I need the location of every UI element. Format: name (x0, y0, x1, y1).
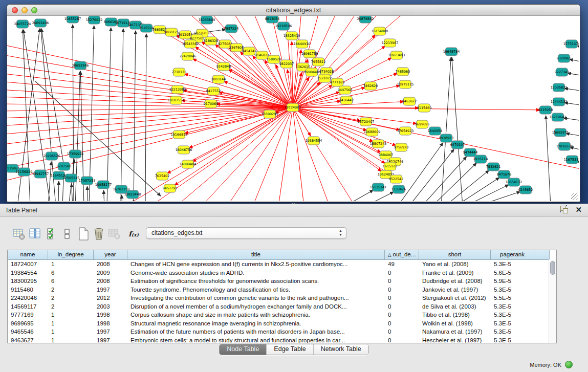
table-cell-year[interactable]: 2008 (94, 277, 127, 286)
table-cell-name[interactable]: 18300295 (8, 277, 48, 286)
graph-edge[interactable] (122, 195, 122, 201)
graph-edge[interactable] (145, 34, 146, 201)
table-cell-short[interactable]: Tibbo et al. (1998) (419, 311, 491, 319)
table-cell-year[interactable]: 1997 (94, 327, 127, 336)
close-panel-icon[interactable]: ✕ (575, 206, 582, 213)
table-cell-pagerank[interactable]: 5.5E-5 (491, 294, 534, 302)
column-header-in_degree[interactable]: in_degree (48, 250, 94, 259)
graph-edge[interactable] (293, 107, 355, 201)
tab-network-table[interactable]: Network Table (314, 344, 368, 355)
table-cell-filler[interactable] (534, 286, 550, 294)
table-cell-filler[interactable] (534, 336, 550, 344)
table-cell-year[interactable]: 2012 (94, 294, 127, 302)
table-cell-in_degree[interactable]: 2 (48, 302, 94, 311)
table-cell-year[interactable]: 1998 (94, 319, 127, 328)
table-cell-short[interactable]: Yano et al. (2008) (419, 260, 491, 269)
table-cell-out_degree[interactable]: 49 (385, 260, 419, 269)
table-cell-in_degree[interactable]: 2 (48, 286, 94, 294)
table-cell-pagerank[interactable]: 5.3E-5 (491, 319, 534, 328)
table-cell-name[interactable]: 14569117 (8, 302, 48, 311)
table-cell-short[interactable]: de Silva et al. (2003) (419, 302, 491, 311)
table-cell-filler[interactable] (534, 277, 550, 286)
table-cell-year[interactable]: 1997 (94, 336, 127, 344)
table-cell-pagerank[interactable]: 5.3E-5 (491, 302, 534, 311)
create-table-icon[interactable] (77, 227, 90, 241)
show-columns-icon[interactable] (29, 227, 42, 241)
table-cell-in_degree[interactable]: 1 (48, 260, 94, 269)
graph-edge[interactable] (87, 186, 88, 201)
graph-edge[interactable] (202, 107, 293, 201)
table-cell-short[interactable]: Hescheler et al. (1997) (419, 336, 491, 344)
column-header-pagerank[interactable]: pagerank (491, 250, 534, 259)
table-cell-filler[interactable] (534, 319, 550, 328)
table-cell-in_degree[interactable]: 6 (48, 277, 94, 286)
table-cell-short[interactable]: Franke et al. (2009) (419, 269, 491, 277)
network-window[interactable]: citations_edges.txt 24055724206914061065… (7, 4, 580, 202)
table-settings-icon[interactable] (12, 227, 26, 241)
table-cell-in_degree[interactable]: 6 (48, 269, 94, 277)
function-builder-icon[interactable]: f(x) (127, 227, 140, 241)
table-cell-in_degree[interactable]: 1 (48, 319, 94, 328)
table-cell-in_degree[interactable]: 1 (48, 327, 94, 336)
table-cell-year[interactable]: 2008 (94, 260, 127, 269)
table-row[interactable]: 977716911998Corpus callosum shape and si… (8, 311, 556, 319)
table-cell-year[interactable]: 1998 (94, 311, 127, 319)
table-cell-name[interactable]: 18724007 (8, 260, 48, 269)
table-cell-in_degree[interactable]: 1 (48, 311, 94, 319)
float-window-icon[interactable] (560, 206, 568, 213)
window-resize-grip[interactable] (571, 193, 578, 200)
table-cell-pagerank[interactable]: 5.3E-5 (491, 311, 534, 319)
window-titlebar[interactable]: citations_edges.txt (7, 5, 580, 16)
table-cell-name[interactable]: 9465546 (8, 327, 48, 336)
table-cell-title[interactable]: Corpus callosum shape and size in male p… (127, 311, 385, 319)
table-cell-year[interactable]: 2003 (94, 302, 127, 311)
table-cell-in_degree[interactable]: 2 (48, 294, 94, 302)
graph-edge[interactable] (7, 107, 293, 182)
network-view[interactable]: 2405572420691406106552871527602284661601… (7, 16, 579, 201)
table-cell-out_degree[interactable]: 0 (385, 294, 419, 302)
table-row[interactable]: 2242004622012Investigating the contribut… (8, 294, 556, 302)
table-cell-out_degree[interactable]: 0 (385, 311, 419, 319)
graph-edge[interactable] (477, 192, 520, 201)
table-row[interactable]: 1872400712008Changes of HCN gene express… (8, 260, 556, 269)
table-row[interactable]: 911546021997Tourette syndrome. Phenomeno… (8, 286, 556, 294)
table-cell-pagerank[interactable]: 5.6E-5 (491, 269, 534, 277)
table-cell-title[interactable]: Estimation of the future numbers of pati… (127, 327, 385, 336)
graph-edge[interactable] (48, 162, 51, 201)
table-row[interactable]: 1938455462009Genome-wide association stu… (8, 269, 556, 277)
table-cell-out_degree[interactable]: 0 (385, 277, 419, 286)
table-row[interactable]: 969969511998Structural magnetic resonanc… (8, 319, 556, 328)
table-row[interactable]: 946362711997Embryonic stem cells: a mode… (8, 336, 556, 344)
table-cell-filler[interactable] (534, 327, 550, 336)
graph-edge[interactable] (293, 107, 304, 201)
table-cell-filler[interactable] (534, 260, 550, 269)
table-row[interactable]: 946554611997Estimation of the future num… (8, 327, 556, 336)
table-cell-title[interactable]: Structural magnetic resonance image aver… (127, 319, 385, 328)
table-cell-short[interactable]: Stergiakouli et al. (2012) (419, 294, 491, 302)
table-cell-out_degree[interactable]: 0 (385, 269, 419, 277)
column-header-year[interactable]: year (94, 250, 127, 259)
memory-status-icon[interactable] (565, 361, 573, 368)
table-cell-out_degree[interactable]: 0 (385, 302, 419, 311)
table-row[interactable]: 1456911722003Disruption of a novel membe… (8, 302, 556, 311)
graph-edge[interactable] (134, 31, 136, 201)
scrollbar-thumb[interactable] (550, 261, 555, 275)
table-cell-pagerank[interactable]: 5.3E-5 (491, 260, 534, 269)
column-header-filler[interactable] (534, 250, 550, 259)
table-cell-short[interactable]: Wolkin et al. (1998) (419, 319, 491, 328)
table-cell-pagerank[interactable]: 5.3E-5 (491, 286, 534, 294)
table-cell-pagerank[interactable]: 5.3E-5 (491, 336, 534, 344)
table-cell-title[interactable]: Genome-wide association studies in ADHD. (127, 269, 385, 277)
table-cell-name[interactable]: 19384554 (8, 269, 48, 277)
table-cell-name[interactable]: 9115460 (8, 286, 48, 294)
row-height-icon[interactable] (60, 227, 74, 241)
select-columns-icon[interactable] (45, 227, 58, 241)
graph-edge[interactable] (365, 192, 394, 201)
tab-edge-table[interactable]: Edge Table (267, 344, 313, 355)
column-header-title[interactable]: title (127, 250, 385, 259)
table-cell-out_degree[interactable]: 0 (385, 336, 419, 344)
citation-network-graph[interactable]: 2405572420691406106552871527602284661601… (7, 16, 579, 201)
graph-edge[interactable] (89, 26, 94, 201)
graph-edge[interactable] (104, 190, 104, 201)
graph-edge[interactable] (345, 190, 373, 201)
